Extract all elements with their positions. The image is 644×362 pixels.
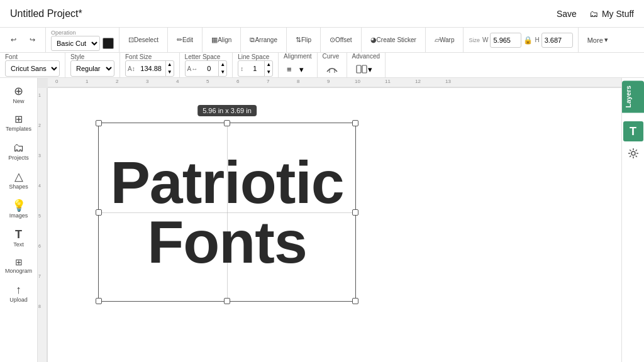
flip-label: Flip (301, 36, 311, 43)
letter-space-down[interactable]: ▼ (219, 69, 226, 76)
operation-select[interactable]: Basic Cut (51, 36, 100, 51)
save-button[interactable]: Save (552, 6, 582, 21)
offset-label: Offset (335, 36, 352, 43)
font-select-wrap: Font Cricut Sans (5, 53, 60, 77)
advanced-chevron: ▾ (368, 65, 372, 74)
redo-button[interactable]: ↪ (24, 32, 40, 48)
sidebar-upload-label: Upload (9, 297, 28, 303)
sidebar-item-shapes[interactable]: △ Shapes (2, 167, 36, 194)
edit-label: Edit (182, 36, 193, 43)
undo-redo-group: ↩ ↪ (5, 28, 46, 52)
align-button[interactable]: ▦ Align (208, 32, 235, 48)
line-space-up[interactable]: ▲ (265, 61, 272, 69)
top-bar: Untitled Project* Save 🗂 My Stuff (0, 0, 644, 28)
arrange-icon: ⧉ (250, 36, 255, 44)
toolbar-row1: ↩ ↪ Operation Basic Cut ⊡ Deselect ✏ Edi… (0, 28, 644, 53)
right-sidebar: Layers T (621, 78, 644, 362)
letter-space-wrap: Letter Space A↔ ▲ ▼ (185, 53, 228, 77)
align-group: ▦ Align (208, 28, 241, 52)
offset-icon: ⊙ (330, 36, 335, 44)
layers-tab[interactable]: Layers (622, 80, 644, 112)
advanced-button[interactable]: ▾ (352, 61, 380, 77)
size-group: Size W 🔒 H (469, 28, 578, 52)
right-settings-button[interactable] (624, 144, 643, 163)
color-swatch[interactable] (103, 38, 114, 49)
line-space-prefix: ↕ (238, 65, 245, 72)
canvas-area[interactable]: 0 1 2 3 4 5 6 7 8 9 10 11 12 13 (38, 78, 621, 362)
sidebar-item-text[interactable]: T Text (2, 225, 36, 251)
sidebar-item-projects[interactable]: 🗂 Projects (2, 138, 36, 165)
line-space-stepper: ↕ ▲ ▼ (238, 60, 273, 77)
align-center-button[interactable]: ▾ (296, 61, 307, 77)
arrange-button[interactable]: ⧉ Arrange (246, 32, 281, 48)
arrange-label: Arrange (255, 36, 277, 43)
curve-icon (326, 64, 338, 74)
size-label: Size (469, 37, 480, 43)
sidebar-item-monogram[interactable]: ⊞ Monogram (2, 254, 36, 278)
line-space-arrows: ▲ ▼ (264, 61, 272, 76)
text-content: Patriotic Fonts (98, 123, 356, 302)
font-size-input[interactable] (137, 65, 165, 72)
sidebar-item-templates[interactable]: ⊞ Templates (2, 111, 36, 136)
dimension-tooltip: 5.96 in x 3.69 in (197, 105, 257, 116)
sidebar-item-images[interactable]: 💡 Images (2, 196, 36, 222)
font-size-wrap: Font Size A↕ ▲ ▼ (125, 53, 174, 77)
deselect-button[interactable]: ⊡ Deselect (125, 32, 162, 48)
text-icon: T (15, 229, 22, 240)
more-label: More (587, 36, 603, 44)
font-size-stepper: A↕ ▲ ▼ (125, 60, 174, 77)
flip-icon: ⇅ (296, 36, 301, 44)
templates-icon: ⊞ (14, 114, 23, 124)
arrange-group: ⧉ Arrange (246, 28, 287, 52)
undo-button[interactable]: ↩ (5, 32, 21, 48)
width-input-wrap (490, 33, 521, 48)
edit-icon: ✏ (177, 36, 182, 44)
sidebar-images-label: Images (9, 212, 28, 219)
my-stuff-button[interactable]: 🗂 My Stuff (589, 9, 634, 19)
style-label: Style (70, 53, 114, 60)
height-input[interactable] (545, 36, 570, 44)
font-size-down[interactable]: ▼ (166, 69, 174, 76)
align-label: Align (218, 36, 231, 43)
style-select[interactable]: Regular (70, 60, 114, 77)
font-size-group: Font Size A↕ ▲ ▼ (125, 53, 180, 77)
width-input[interactable] (493, 36, 518, 44)
line-space-wrap: Line Space ↕ ▲ ▼ (238, 53, 273, 77)
font-size-arrows: ▲ ▼ (165, 61, 174, 76)
create-sticker-button[interactable]: ◕ Create Sticker (367, 32, 420, 48)
alignment-group: Alignment ≡ ▾ (284, 53, 317, 77)
letter-space-up[interactable]: ▲ (219, 61, 226, 69)
more-button[interactable]: More ▾ (584, 34, 612, 46)
lock-icon[interactable]: 🔒 (523, 36, 533, 45)
sidebar-item-upload[interactable]: ↑ Upload (2, 280, 36, 307)
text-object-container[interactable]: 5.96 in x 3.69 in (98, 123, 356, 302)
font-select[interactable]: Cricut Sans (5, 60, 60, 77)
svg-rect-6 (38, 88, 48, 362)
images-icon: 💡 (12, 200, 26, 211)
svg-rect-2 (357, 65, 361, 73)
operation-label: Operation (51, 30, 114, 36)
settings-icon (628, 148, 639, 159)
warp-button[interactable]: ⏥ Warp (431, 32, 458, 48)
flip-button[interactable]: ⇅ Flip (292, 32, 315, 48)
advanced-group: Advanced ▾ (352, 53, 386, 77)
sidebar-item-new[interactable]: ⊕ New (2, 82, 36, 108)
offset-button[interactable]: ⊙ Offset (326, 32, 356, 48)
line-space-down[interactable]: ▼ (265, 69, 272, 76)
operation-group: Operation Basic Cut (51, 28, 119, 52)
line-space-label: Line Space (238, 53, 273, 60)
line-space-input[interactable] (245, 65, 264, 72)
letter-space-input[interactable] (199, 65, 218, 72)
edit-button[interactable]: ✏ Edit (173, 32, 197, 48)
shapes-icon: △ (14, 171, 23, 182)
sticker-icon: ◕ (370, 36, 377, 44)
toolbar-row2: Font Cricut Sans Style Regular Font Size… (0, 53, 644, 78)
main-layout: ⊕ New ⊞ Templates 🗂 Projects △ Shapes 💡 … (0, 78, 644, 362)
line-space-group: Line Space ↕ ▲ ▼ (238, 53, 279, 77)
font-size-up[interactable]: ▲ (166, 61, 174, 69)
layer-preview-item[interactable]: T (623, 121, 643, 141)
sidebar-shapes-label: Shapes (9, 184, 28, 190)
curve-button[interactable] (323, 61, 341, 77)
font-label: Font (5, 53, 60, 60)
align-left-button[interactable]: ≡ (284, 61, 295, 77)
